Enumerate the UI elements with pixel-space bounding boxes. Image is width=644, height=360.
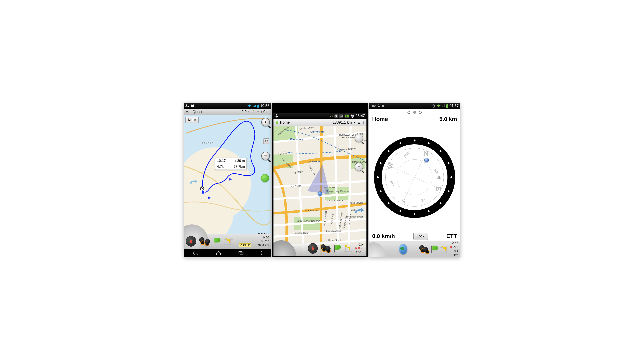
stat-rec[interactable]: Rec (450, 245, 458, 249)
track-profile-button[interactable] (224, 238, 233, 245)
gps-indicator-icon (276, 121, 278, 124)
compass-button[interactable] (308, 243, 318, 254)
screenshot-triptych: 10:56 MapQuest 0.0 km/h • ↑ 0 m SYDNEY (184, 103, 460, 257)
status-time: 10:56 (260, 104, 270, 108)
waypoint-flag-button[interactable] (333, 244, 341, 253)
target-label: Home (280, 120, 290, 125)
toolbar: GPS off 0:56 Rec 32.4 km (184, 234, 271, 249)
stat-time: 0:04 (355, 243, 364, 247)
svg-point-7 (202, 191, 205, 194)
compass-e: E (435, 187, 442, 191)
search-binoculars-button[interactable] (320, 244, 330, 252)
usb-icon (378, 104, 380, 108)
page-indicator[interactable] (369, 109, 460, 115)
zoom-level-badge: 13 (263, 138, 270, 144)
svg-marker-8 (208, 196, 211, 199)
svg-point-13 (261, 251, 262, 252)
search-binoculars-button[interactable] (419, 245, 428, 253)
screen-canterbury-map: 23:47 Home 13891.1 km • ETT .rd{fill:non… (272, 103, 368, 257)
zoom-in-button[interactable]: + (261, 118, 270, 126)
status-temperature: -15° (370, 104, 376, 108)
usb-icon (275, 114, 278, 118)
pager-dot-active[interactable] (413, 111, 416, 114)
svg-rect-39 (447, 104, 448, 104)
home-button[interactable] (216, 251, 221, 255)
compass-range: 8km (437, 176, 444, 180)
svg-rect-11 (239, 251, 242, 254)
compass-area[interactable]: N E S W NE SE SW NW 8km (369, 123, 460, 232)
toolbar: 0:04 Rec 266 m (274, 241, 366, 256)
svg-rect-0 (186, 104, 187, 106)
label-canterbury: Canterbury (310, 130, 324, 133)
recent-apps-button[interactable] (238, 251, 244, 255)
svg-rect-2 (191, 105, 194, 107)
stat-distance: 32.4 km (258, 243, 269, 247)
map-canvas[interactable]: SYDNEY Maps + 13 − (184, 115, 271, 241)
info-right: 0.0 km/h • ↑ 0 m (242, 110, 270, 114)
svg-rect-6 (258, 104, 258, 105)
compass-page: Home 5.0 km (369, 109, 460, 257)
svg-rect-35 (443, 106, 444, 107)
screen-mapquest: 10:56 MapQuest 0.0 km/h • ↑ 0 m SYDNEY (184, 103, 271, 257)
gps-satellite-icon (330, 114, 333, 118)
map-globe-button[interactable] (399, 244, 408, 255)
zoom-in-button[interactable]: + (355, 134, 363, 142)
svg-marker-10 (230, 178, 232, 181)
search-binoculars-button[interactable] (199, 237, 210, 245)
pager-dot[interactable] (419, 111, 422, 114)
compass-button[interactable] (186, 236, 196, 247)
svg-point-4 (193, 105, 193, 106)
toolbar-corner (274, 240, 296, 256)
alarm-icon (351, 114, 354, 118)
waypoint-flag-button[interactable] (213, 237, 221, 246)
settings-icon (185, 104, 190, 108)
target-label: Home (372, 116, 388, 122)
pager-dot[interactable] (408, 111, 410, 114)
track-profile-button[interactable] (440, 246, 447, 253)
callout-elev: ↑ 89 m (234, 159, 245, 163)
info-bar: Home 13891.1 km • ETT (274, 119, 366, 126)
back-button[interactable] (192, 251, 198, 255)
battery-box-icon (344, 114, 350, 118)
stat-rec[interactable]: Rec (355, 246, 364, 250)
toolbar-stats: 0:18 Rec 9.1 km (450, 242, 459, 257)
svg-rect-36 (444, 105, 444, 107)
svg-point-16 (330, 116, 331, 117)
speed-label: 0.0 km/h (372, 233, 395, 240)
zoom-out-button[interactable]: − (355, 163, 363, 171)
svg-rect-23 (349, 115, 350, 117)
waypoint-flag-button[interactable] (430, 245, 437, 254)
zoom-out-button[interactable]: − (261, 152, 270, 160)
toolbar-stats: 0:56 Rec 32.4 km (258, 236, 270, 247)
undo-curl-icon[interactable] (354, 207, 364, 216)
signal-bars-icon (339, 114, 343, 118)
gps-track: SYDNEY (184, 115, 271, 229)
menu-button[interactable] (261, 251, 262, 255)
track-profile-button[interactable] (344, 245, 352, 252)
current-location-marker[interactable] (318, 192, 322, 196)
toolbar-stats: 0:04 Rec 266 m (355, 243, 365, 254)
compass-s: S (402, 197, 405, 205)
callout-dist-a: 4.7km (217, 165, 226, 169)
status-time: 01:57 (450, 104, 459, 108)
gps-status-chip[interactable]: GPS off (239, 243, 251, 247)
footer-line: 0.0 km/h Lock ETT (369, 232, 460, 241)
toolbar-corner (369, 242, 386, 257)
stat-rec[interactable]: Rec (261, 239, 269, 243)
battery-charging-icon (257, 104, 259, 108)
maps-button[interactable]: Maps (185, 117, 198, 123)
svg-rect-21 (342, 115, 342, 117)
signal-icon (252, 104, 256, 107)
map-canvas[interactable]: .rd{fill:none;stroke:#fff;stroke-width:1… (274, 126, 366, 256)
track-callout[interactable]: 10:17 ↑ 89 m 4.7km 27.7km (215, 158, 247, 170)
compass-n: N (424, 150, 428, 157)
wifi-icon (437, 104, 441, 107)
status-bar: 23:47 (274, 113, 366, 119)
svg-rect-19 (340, 116, 340, 117)
svg-point-15 (261, 254, 262, 255)
callout-time: 10:17 (217, 159, 226, 163)
lock-button[interactable]: Lock (413, 233, 428, 240)
wifi-icon (247, 104, 251, 107)
direction-cone (308, 163, 334, 194)
add-waypoint-button[interactable] (261, 174, 269, 182)
